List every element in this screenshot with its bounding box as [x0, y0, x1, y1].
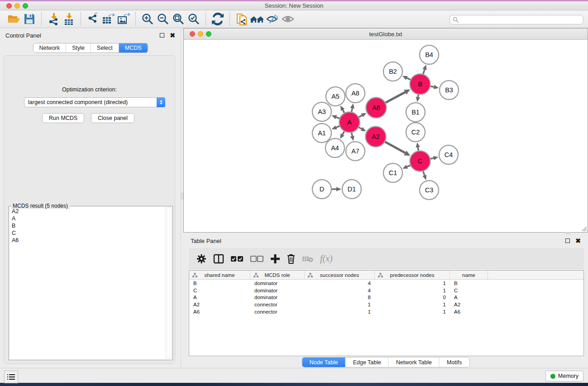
table-panel: Table Panel ✖ f(x) shared nameMCDS roles… — [183, 234, 588, 368]
graph-node-A5[interactable]: A5 — [326, 87, 345, 106]
resize-grip-icon[interactable] — [581, 225, 587, 232]
mcds-result-item[interactable]: A6 — [9, 237, 166, 244]
graph-node-C4[interactable]: C4 — [439, 145, 458, 164]
tab-network-table[interactable]: Network Table — [389, 357, 440, 367]
svg-text:A6: A6 — [372, 104, 380, 111]
clone-network-icon[interactable] — [234, 12, 249, 26]
graph-node-A[interactable]: A — [339, 112, 360, 133]
mcds-result-item[interactable]: A2 — [9, 208, 166, 215]
search-input[interactable] — [459, 17, 583, 23]
optimization-criterion-dropdown[interactable]: largest connected component (directed) — [24, 97, 165, 107]
open-session-icon[interactable] — [6, 12, 22, 26]
export-network-icon[interactable] — [85, 12, 100, 26]
network-window-titlebar[interactable]: testGlobe.txt — [184, 29, 588, 40]
graph-node-A3[interactable]: A3 — [312, 102, 331, 121]
svg-text:C1: C1 — [389, 169, 397, 176]
table-cell: A6 — [189, 309, 250, 315]
graph-node-A4[interactable]: A4 — [325, 138, 344, 157]
node-table-header: shared nameMCDS rolesuccessor nodesprede… — [189, 271, 583, 280]
network-close-button[interactable] — [190, 31, 195, 37]
graph-node-C[interactable]: C — [410, 151, 430, 172]
import-network-icon[interactable] — [46, 12, 61, 26]
graph-node-A2[interactable]: A2 — [366, 127, 386, 147]
tab-node-table[interactable]: Node Table — [302, 357, 346, 367]
memory-button[interactable]: Memory — [545, 371, 583, 381]
close-panel-icon[interactable]: ✖ — [170, 33, 175, 38]
graph-node-C3[interactable]: C3 — [420, 181, 439, 200]
zoom-selected-icon[interactable] — [186, 12, 201, 26]
mcds-result-list[interactable]: A2ABCA6 — [9, 208, 166, 359]
save-session-icon[interactable] — [22, 12, 37, 26]
graph-node-B1[interactable]: B1 — [406, 103, 425, 122]
tab-style[interactable]: Style — [66, 43, 91, 52]
tab-network[interactable]: Network — [33, 43, 66, 52]
minimize-window-button[interactable] — [14, 3, 20, 9]
tab-motifs[interactable]: Motifs — [440, 357, 469, 367]
tab-edge-table[interactable]: Edge Table — [346, 357, 389, 367]
table-row[interactable]: Bdominator41B — [189, 280, 583, 287]
add-icon[interactable] — [270, 252, 280, 266]
table-bottom-tabs: Node TableEdge TableNetwork TableMotifs — [302, 357, 470, 367]
graph-node-D1[interactable]: D1 — [342, 180, 361, 199]
close-panel-button[interactable]: Close panel — [91, 113, 134, 123]
search-box[interactable] — [449, 15, 583, 24]
home-icon[interactable] — [249, 12, 265, 26]
trash-icon[interactable] — [287, 252, 296, 266]
graph-node-A7[interactable]: A7 — [346, 142, 365, 161]
preview-eye-icon[interactable] — [280, 12, 296, 26]
tab-mcds[interactable]: MCDS — [119, 43, 148, 52]
mcds-result-item[interactable]: A — [9, 215, 166, 222]
column-header-name[interactable]: name — [450, 271, 488, 279]
import-table-icon[interactable] — [61, 12, 76, 26]
zoom-in-icon[interactable] — [140, 12, 155, 26]
network-graph-canvas[interactable]: B4B2BB3B1A5A8A6A3AA1A2C2A4A7C4CC1C3DD1 — [184, 40, 588, 232]
column-split-icon[interactable] — [213, 252, 224, 266]
graph-node-B4[interactable]: B4 — [420, 45, 439, 64]
gear-icon[interactable] — [196, 252, 207, 266]
run-mcds-button[interactable]: Run MCDS — [42, 113, 84, 123]
control-panel-tabs: NetworkStyleSelectMCDS — [33, 43, 148, 53]
float-panel-icon[interactable] — [160, 33, 164, 38]
column-header-successor-nodes[interactable]: successor nodes — [305, 271, 375, 279]
close-panel-icon[interactable]: ✖ — [575, 238, 581, 243]
export-image-icon[interactable] — [116, 12, 131, 26]
network-minimize-button[interactable] — [198, 31, 203, 37]
zoom-out-icon[interactable] — [155, 12, 171, 26]
close-window-button[interactable] — [6, 3, 12, 9]
graph-node-C2[interactable]: C2 — [406, 123, 425, 142]
graph-node-A6[interactable]: A6 — [366, 98, 387, 118]
zoom-window-button[interactable] — [23, 3, 28, 9]
uncheck-all-icon[interactable] — [250, 252, 264, 266]
graph-node-A8[interactable]: A8 — [346, 84, 365, 103]
graph-node-D[interactable]: D — [312, 180, 331, 199]
column-header-MCDS-role[interactable]: MCDS role — [250, 271, 305, 279]
mcds-list-scrollbar[interactable] — [166, 207, 172, 358]
refresh-icon[interactable] — [210, 12, 225, 26]
graph-node-B3[interactable]: B3 — [440, 81, 459, 100]
hide-show-icon[interactable] — [265, 12, 280, 26]
export-table-icon[interactable] — [100, 12, 116, 26]
delete-table-icon[interactable] — [302, 252, 314, 266]
svg-text:C4: C4 — [445, 151, 453, 158]
graph-node-B[interactable]: B — [410, 74, 430, 95]
table-row[interactable]: A2connector11A2 — [189, 301, 583, 308]
mcds-result-item[interactable]: C — [9, 229, 166, 237]
graph-node-B2[interactable]: B2 — [383, 62, 402, 81]
table-row[interactable]: Cdominator41C — [189, 287, 583, 294]
graph-node-A1[interactable]: A1 — [312, 124, 331, 143]
table-cell: C — [450, 288, 488, 293]
function-icon[interactable]: f(x) — [320, 252, 333, 266]
graph-node-C1[interactable]: C1 — [383, 163, 402, 182]
tab-select[interactable]: Select — [91, 43, 119, 52]
network-zoom-button[interactable] — [206, 31, 211, 37]
column-header-shared-name[interactable]: shared name — [189, 271, 250, 279]
mcds-result-item[interactable]: B — [9, 222, 166, 229]
task-history-button[interactable] — [4, 371, 18, 383]
zoom-fit-icon[interactable] — [171, 12, 186, 26]
column-header-predecessor-nodes[interactable]: predecessor nodes — [375, 271, 450, 279]
check-all-icon[interactable] — [230, 252, 244, 266]
float-panel-icon[interactable] — [565, 238, 570, 243]
table-cell: dominator — [250, 295, 305, 300]
table-row[interactable]: A6connector11A6 — [189, 308, 583, 315]
table-row[interactable]: Adominator80A — [189, 294, 583, 301]
